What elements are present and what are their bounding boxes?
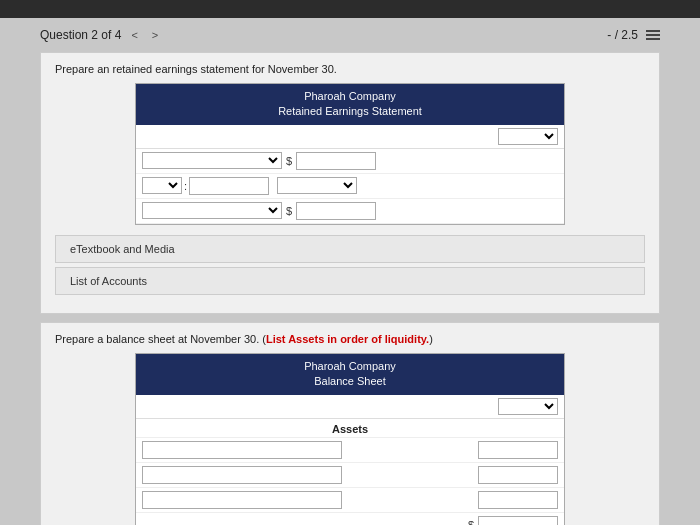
- balance-input-row-1: [136, 438, 564, 463]
- instruction-end: ): [429, 333, 433, 345]
- score-value: - / 2.5: [607, 28, 638, 42]
- colon-symbol: :: [184, 180, 187, 192]
- main-content: Question 2 of 4 < > - / 2.5 Prepare an r…: [0, 18, 700, 525]
- balance-company-name: Pharoah Company: [141, 359, 559, 374]
- nav-next-button[interactable]: >: [148, 28, 162, 42]
- balance-sheet-table: Pharoah Company Balance Sheet Assets: [135, 353, 565, 525]
- asset-total-input[interactable]: [478, 516, 558, 525]
- balance-sheet-section: Prepare a balance sheet at November 30. …: [40, 322, 660, 525]
- retained-earnings-header: Pharoah Company Retained Earnings Statem…: [136, 84, 564, 125]
- instruction-red: List Assets in order of liquidity.: [266, 333, 429, 345]
- dollar-2: $: [286, 205, 292, 217]
- section1-instruction: Prepare an retained earnings statement f…: [55, 63, 645, 75]
- account-select-2[interactable]: [142, 202, 282, 219]
- balance-subheader-row: [136, 395, 564, 419]
- balance-sheet-header: Pharoah Company Balance Sheet: [136, 354, 564, 395]
- assets-label: Assets: [136, 419, 564, 438]
- question-nav: Question 2 of 4 < >: [40, 28, 162, 42]
- links-area: eTextbook and Media List of Accounts: [55, 235, 645, 295]
- input-row-3: $: [136, 199, 564, 224]
- asset-amount-input-2[interactable]: [478, 466, 558, 484]
- balance-period-dropdown[interactable]: [498, 398, 558, 415]
- asset-name-input-1[interactable]: [142, 441, 342, 459]
- retained-earnings-section: Prepare an retained earnings statement f…: [40, 52, 660, 314]
- account-select-1[interactable]: [142, 152, 282, 169]
- section2-instruction: Prepare a balance sheet at November 30. …: [55, 333, 645, 345]
- company-name: Pharoah Company: [141, 89, 559, 104]
- nav-prev-button[interactable]: <: [127, 28, 141, 42]
- asset-name-input-2[interactable]: [142, 466, 342, 484]
- amount-input-2[interactable]: [296, 202, 376, 220]
- sub-dropdown-2[interactable]: [277, 177, 357, 194]
- balance-dollar-row: $: [136, 513, 564, 525]
- top-bar: [0, 0, 700, 18]
- sub-text-input[interactable]: [189, 177, 269, 195]
- question-title: Question 2 of 4: [40, 28, 121, 42]
- question-header: Question 2 of 4 < > - / 2.5: [40, 28, 660, 42]
- input-row-2: :: [136, 174, 564, 199]
- statement-name: Retained Earnings Statement: [141, 104, 559, 119]
- subheader-dropdown-row: [136, 125, 564, 149]
- input-row-1: $: [136, 149, 564, 174]
- balance-statement-name: Balance Sheet: [141, 374, 559, 389]
- list-of-accounts-bar[interactable]: List of Accounts: [55, 267, 645, 295]
- score-area: - / 2.5: [607, 28, 660, 42]
- asset-amount-input-3[interactable]: [478, 491, 558, 509]
- menu-icon[interactable]: [646, 30, 660, 40]
- etextbook-bar[interactable]: eTextbook and Media: [55, 235, 645, 263]
- period-dropdown[interactable]: [498, 128, 558, 145]
- amount-input-1[interactable]: [296, 152, 376, 170]
- asset-amount-input-1[interactable]: [478, 441, 558, 459]
- retained-earnings-table: Pharoah Company Retained Earnings Statem…: [135, 83, 565, 225]
- sub-dropdown-1[interactable]: [142, 177, 182, 194]
- dollar-1: $: [286, 155, 292, 167]
- balance-dollar: $: [468, 519, 474, 525]
- sub-select-wrap: :: [142, 177, 269, 195]
- asset-name-input-3[interactable]: [142, 491, 342, 509]
- instruction-normal: Prepare a balance sheet at November 30. …: [55, 333, 266, 345]
- balance-input-row-3: [136, 488, 564, 513]
- balance-input-row-2: [136, 463, 564, 488]
